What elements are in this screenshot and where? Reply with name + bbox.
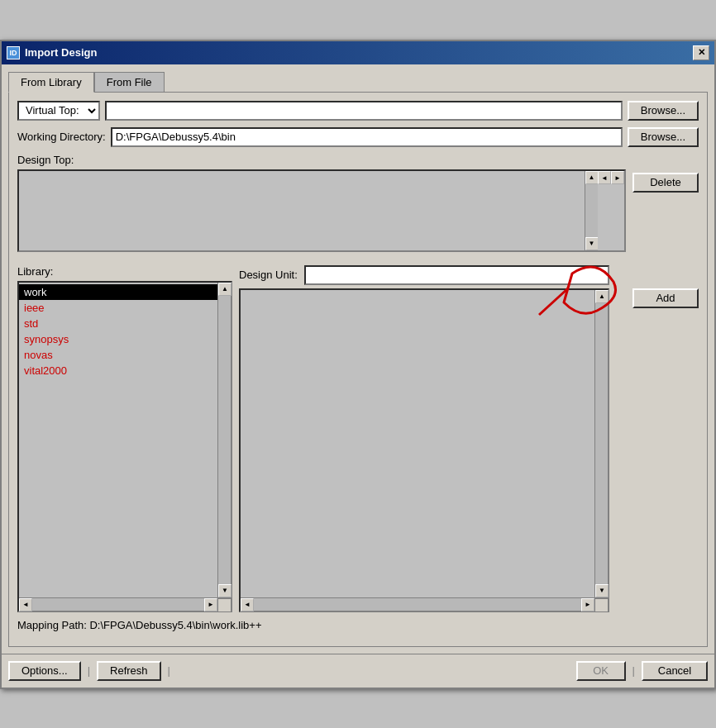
du-scroll-right[interactable]: ► bbox=[581, 598, 594, 611]
list-item[interactable]: synopsys bbox=[19, 331, 217, 347]
virtual-top-dropdown[interactable]: Virtual Top: bbox=[17, 101, 100, 121]
list-item[interactable]: novas bbox=[19, 347, 217, 363]
list-item[interactable]: vital2000 bbox=[19, 363, 217, 378]
bottom-bar: Options... | Refresh | OK | Cancel bbox=[2, 654, 714, 688]
separator-1: | bbox=[88, 664, 90, 677]
library-scrollbar-h[interactable]: ◄ ► bbox=[19, 597, 231, 611]
cancel-button[interactable]: Cancel bbox=[642, 661, 708, 681]
design-unit-scroll-area: ▲ ▼ bbox=[241, 290, 608, 597]
lib-scroll-right[interactable]: ► bbox=[204, 598, 217, 611]
library-list-content: workieeestdsynopsysnovasvital2000 bbox=[19, 283, 217, 597]
design-top-area: ▲ ▼ ◄ ► bbox=[17, 169, 626, 252]
title-bar-left: ID Import Design bbox=[7, 46, 97, 59]
list-item[interactable]: std bbox=[19, 316, 217, 331]
dialog-icon: ID bbox=[7, 46, 20, 59]
refresh-button[interactable]: Refresh bbox=[97, 661, 161, 681]
library-list: workieeestdsynopsysnovasvital2000 ▲ ▼ ◄ … bbox=[17, 281, 232, 612]
browse-button-2[interactable]: Browse... bbox=[628, 127, 699, 147]
lib-scroll-track bbox=[218, 296, 231, 584]
design-top-scrollbar-h[interactable]: ◄ ► bbox=[598, 171, 624, 184]
du-scroll-down[interactable]: ▼ bbox=[595, 584, 609, 597]
scroll-left-arrow[interactable]: ◄ bbox=[598, 171, 611, 184]
library-column: Library: workieeestdsynopsysnovasvital20… bbox=[17, 265, 232, 612]
tab-bar: From Library From File bbox=[8, 71, 708, 92]
title-bar: ID Import Design ✕ bbox=[2, 41, 714, 64]
library-scroll-area: workieeestdsynopsysnovasvital2000 ▲ ▼ bbox=[19, 283, 231, 597]
lib-scroll-up[interactable]: ▲ bbox=[218, 283, 232, 296]
close-button[interactable]: ✕ bbox=[693, 45, 709, 60]
tab-from-library[interactable]: From Library bbox=[8, 72, 94, 93]
add-button[interactable]: Add bbox=[632, 288, 699, 308]
list-item[interactable]: ieee bbox=[19, 300, 217, 316]
design-unit-list: ▲ ▼ ◄ ► bbox=[239, 288, 609, 612]
design-top-inner: ▲ ▼ bbox=[19, 171, 598, 250]
delete-button-area: Delete bbox=[632, 169, 699, 259]
ok-button[interactable]: OK bbox=[576, 661, 626, 681]
scroll-right-arrow[interactable]: ► bbox=[611, 171, 624, 184]
design-unit-input[interactable] bbox=[304, 265, 609, 285]
design-unit-input-wrapper bbox=[304, 265, 609, 285]
working-directory-label: Working Directory: bbox=[17, 131, 106, 143]
library-scrollbar-v[interactable]: ▲ ▼ bbox=[217, 283, 231, 597]
design-unit-scrollbar-h[interactable]: ◄ ► bbox=[241, 597, 608, 611]
du-scroll-track-h bbox=[254, 598, 581, 611]
options-button[interactable]: Options... bbox=[8, 661, 81, 681]
design-top-section: ▲ ▼ ◄ ► Delete bbox=[17, 169, 699, 259]
design-unit-label-row: Design Unit: bbox=[239, 265, 609, 285]
du-scroll-corner bbox=[594, 598, 608, 611]
design-top-scrollbar-v[interactable]: ▲ ▼ bbox=[585, 171, 598, 250]
design-unit-column: Design Unit: bbox=[239, 265, 609, 612]
working-directory-input[interactable] bbox=[111, 127, 623, 147]
design-unit-scrollbar-v[interactable]: ▲ ▼ bbox=[594, 290, 608, 597]
library-label: Library: bbox=[17, 265, 232, 278]
scroll-track-v bbox=[585, 184, 599, 237]
dialog-title: Import Design bbox=[25, 46, 97, 59]
delete-button[interactable]: Delete bbox=[632, 173, 699, 193]
du-scroll-up[interactable]: ▲ bbox=[595, 290, 609, 303]
virtual-top-row: Virtual Top: Browse... bbox=[17, 101, 699, 121]
design-top-label: Design Top: bbox=[17, 154, 699, 166]
mapping-path: Mapping Path: D:\FPGA\Debussy5.4\bin\wor… bbox=[17, 619, 699, 631]
scroll-down-arrow[interactable]: ▼ bbox=[585, 237, 599, 250]
design-unit-list-content bbox=[241, 290, 594, 597]
design-unit-label: Design Unit: bbox=[239, 269, 298, 281]
lib-scroll-left[interactable]: ◄ bbox=[19, 598, 32, 611]
du-scroll-left[interactable]: ◄ bbox=[241, 598, 254, 611]
virtual-top-input[interactable] bbox=[105, 101, 623, 121]
scroll-up-arrow[interactable]: ▲ bbox=[585, 171, 599, 184]
import-design-dialog: ID Import Design ✕ From Library From Fil… bbox=[0, 40, 716, 689]
tab-from-file[interactable]: From File bbox=[94, 72, 165, 93]
lib-scroll-track-h bbox=[32, 598, 204, 611]
dialog-body: From Library From File Virtual Top: Brow… bbox=[2, 64, 714, 654]
design-top-content bbox=[19, 171, 585, 250]
browse-button-1[interactable]: Browse... bbox=[628, 101, 699, 121]
lib-scroll-corner bbox=[217, 598, 231, 611]
working-directory-row: Working Directory: Browse... bbox=[17, 127, 699, 147]
lib-scroll-down[interactable]: ▼ bbox=[218, 584, 232, 597]
tab-content: Virtual Top: Browse... Working Directory… bbox=[8, 92, 708, 647]
list-item[interactable]: work bbox=[19, 284, 217, 300]
separator-2: | bbox=[168, 664, 170, 677]
bottom-sections: Library: workieeestdsynopsysnovasvital20… bbox=[17, 265, 699, 612]
du-scroll-track bbox=[595, 303, 608, 584]
separator-3: | bbox=[632, 664, 635, 677]
add-button-area: Add bbox=[616, 265, 699, 612]
